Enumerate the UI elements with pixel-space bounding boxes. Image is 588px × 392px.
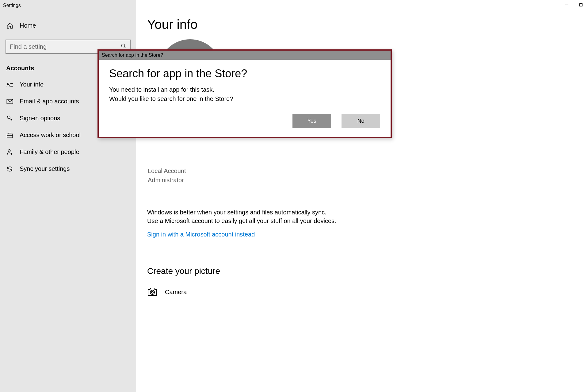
minimize-button[interactable] — [560, 0, 574, 10]
nav-label: Access work or school — [20, 132, 81, 139]
dialog-heading: Search for app in the Store? — [109, 67, 380, 80]
window-controls — [560, 0, 588, 10]
nav-label: Sync your settings — [20, 165, 70, 172]
svg-point-2 — [121, 44, 125, 47]
sync-description: Windows is better when your settings and… — [147, 208, 337, 225]
maximize-button[interactable] — [574, 0, 588, 10]
nav-label: Family & other people — [20, 148, 79, 156]
camera-option[interactable]: Camera — [147, 287, 588, 298]
key-icon — [6, 115, 13, 122]
home-icon — [6, 22, 13, 29]
svg-line-3 — [124, 47, 126, 48]
svg-point-18 — [151, 291, 153, 293]
no-button[interactable]: No — [342, 114, 380, 128]
camera-icon — [147, 287, 158, 298]
sidebar-item-sync[interactable]: Sync your settings — [0, 160, 136, 177]
mail-icon — [6, 99, 13, 104]
svg-point-17 — [150, 290, 155, 294]
create-picture-title: Create your picture — [147, 266, 588, 276]
briefcase-icon — [6, 132, 13, 138]
store-search-dialog: Search for app in the Store? Search for … — [97, 49, 392, 138]
home-nav[interactable]: Home — [0, 18, 136, 33]
sidebar-item-family[interactable]: Family & other people — [0, 144, 136, 160]
person-card-icon — [6, 82, 13, 87]
dialog-line1: You need to install an app for this task… — [109, 85, 380, 94]
people-icon — [6, 149, 13, 156]
minimize-icon — [565, 3, 569, 7]
svg-rect-12 — [7, 134, 13, 138]
dialog-line2: Would you like to search for one in the … — [109, 94, 380, 103]
nav-label: Sign-in options — [20, 115, 60, 122]
dialog-body: Search for app in the Store? You need to… — [99, 60, 391, 137]
account-info: Local Account Administrator — [148, 166, 588, 185]
page-title: Your info — [147, 17, 588, 32]
home-label: Home — [20, 22, 36, 29]
nav-label: Your info — [20, 81, 44, 88]
dialog-buttons: Yes No — [109, 114, 380, 128]
camera-label: Camera — [165, 289, 187, 296]
svg-point-4 — [7, 83, 9, 84]
svg-rect-1 — [580, 4, 582, 6]
maximize-icon — [579, 3, 583, 7]
account-role: Administrator — [148, 175, 588, 185]
svg-line-11 — [11, 119, 12, 120]
dialog-titlebar: Search for app in the Store? — [99, 51, 391, 60]
account-type: Local Account — [148, 166, 588, 175]
nav-label: Email & app accounts — [20, 98, 79, 105]
yes-button[interactable]: Yes — [292, 114, 331, 128]
svg-point-14 — [8, 149, 10, 152]
titlebar: Settings — [0, 0, 588, 11]
sync-icon — [6, 166, 13, 172]
window-title: Settings — [3, 3, 21, 8]
sign-in-link[interactable]: Sign in with a Microsoft account instead — [147, 231, 255, 238]
search-icon — [121, 43, 126, 50]
